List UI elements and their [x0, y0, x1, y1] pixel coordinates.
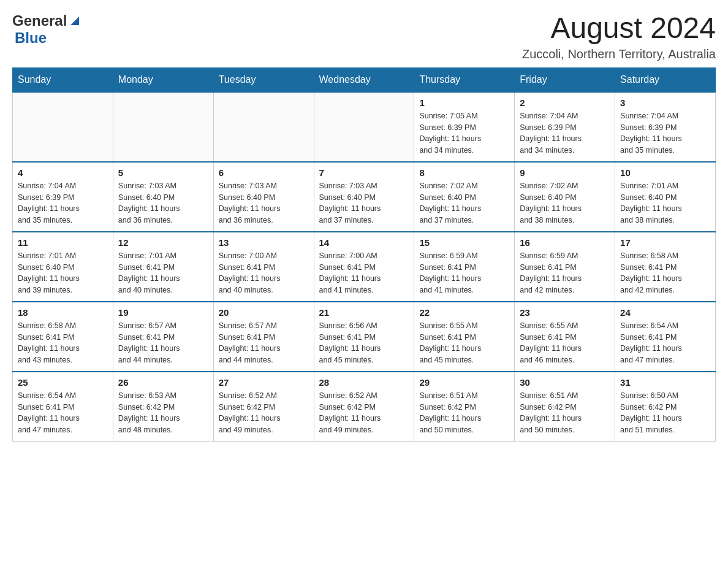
- day-info: Sunrise: 6:52 AM Sunset: 6:42 PM Dayligh…: [319, 390, 409, 436]
- day-cell: [13, 92, 113, 162]
- day-info: Sunrise: 7:03 AM Sunset: 6:40 PM Dayligh…: [118, 180, 208, 226]
- day-info: Sunrise: 6:57 AM Sunset: 6:41 PM Dayligh…: [118, 320, 208, 366]
- week-row-3: 11Sunrise: 7:01 AM Sunset: 6:40 PM Dayli…: [13, 232, 716, 302]
- day-info: Sunrise: 7:03 AM Sunset: 6:40 PM Dayligh…: [319, 180, 409, 226]
- day-cell: 17Sunrise: 6:58 AM Sunset: 6:41 PM Dayli…: [615, 232, 716, 302]
- day-number: 6: [219, 167, 309, 178]
- day-cell: 8Sunrise: 7:02 AM Sunset: 6:40 PM Daylig…: [414, 162, 515, 232]
- day-info: Sunrise: 7:03 AM Sunset: 6:40 PM Dayligh…: [219, 180, 309, 226]
- day-cell: 11Sunrise: 7:01 AM Sunset: 6:40 PM Dayli…: [13, 232, 113, 302]
- day-info: Sunrise: 6:53 AM Sunset: 6:42 PM Dayligh…: [118, 390, 208, 436]
- page-header: General Blue August 2024 Zuccoli, Northe…: [12, 12, 716, 61]
- day-info: Sunrise: 6:51 AM Sunset: 6:42 PM Dayligh…: [520, 390, 610, 436]
- day-cell: 7Sunrise: 7:03 AM Sunset: 6:40 PM Daylig…: [314, 162, 414, 232]
- day-number: 20: [219, 307, 309, 318]
- day-info: Sunrise: 7:05 AM Sunset: 6:39 PM Dayligh…: [419, 110, 509, 156]
- day-info: Sunrise: 6:54 AM Sunset: 6:41 PM Dayligh…: [620, 320, 710, 366]
- day-info: Sunrise: 6:56 AM Sunset: 6:41 PM Dayligh…: [319, 320, 409, 366]
- day-number: 29: [419, 377, 509, 388]
- calendar-header-sunday: Sunday: [13, 67, 113, 92]
- day-cell: 24Sunrise: 6:54 AM Sunset: 6:41 PM Dayli…: [615, 302, 716, 372]
- day-number: 31: [620, 377, 710, 388]
- day-cell: 21Sunrise: 6:56 AM Sunset: 6:41 PM Dayli…: [314, 302, 414, 372]
- day-cell: [113, 92, 213, 162]
- day-cell: 1Sunrise: 7:05 AM Sunset: 6:39 PM Daylig…: [414, 92, 515, 162]
- title-section: August 2024 Zuccoli, Northern Territory,…: [522, 12, 716, 61]
- day-cell: 16Sunrise: 6:59 AM Sunset: 6:41 PM Dayli…: [515, 232, 615, 302]
- day-cell: 23Sunrise: 6:55 AM Sunset: 6:41 PM Dayli…: [515, 302, 615, 372]
- day-info: Sunrise: 7:04 AM Sunset: 6:39 PM Dayligh…: [18, 180, 108, 226]
- day-info: Sunrise: 6:57 AM Sunset: 6:41 PM Dayligh…: [219, 320, 309, 366]
- day-info: Sunrise: 7:00 AM Sunset: 6:41 PM Dayligh…: [319, 250, 409, 296]
- day-info: Sunrise: 6:59 AM Sunset: 6:41 PM Dayligh…: [419, 250, 509, 296]
- day-cell: 10Sunrise: 7:01 AM Sunset: 6:40 PM Dayli…: [615, 162, 716, 232]
- day-cell: 12Sunrise: 7:01 AM Sunset: 6:41 PM Dayli…: [113, 232, 213, 302]
- day-info: Sunrise: 6:54 AM Sunset: 6:41 PM Dayligh…: [18, 390, 108, 436]
- day-info: Sunrise: 7:04 AM Sunset: 6:39 PM Dayligh…: [620, 110, 710, 156]
- day-cell: 20Sunrise: 6:57 AM Sunset: 6:41 PM Dayli…: [213, 302, 314, 372]
- calendar-header-saturday: Saturday: [615, 67, 716, 92]
- day-cell: 13Sunrise: 7:00 AM Sunset: 6:41 PM Dayli…: [213, 232, 314, 302]
- day-cell: [314, 92, 414, 162]
- day-cell: 4Sunrise: 7:04 AM Sunset: 6:39 PM Daylig…: [13, 162, 113, 232]
- calendar-header-wednesday: Wednesday: [314, 67, 414, 92]
- day-number: 13: [219, 237, 309, 248]
- day-info: Sunrise: 6:50 AM Sunset: 6:42 PM Dayligh…: [620, 390, 710, 436]
- day-number: 16: [520, 237, 610, 248]
- day-cell: [213, 92, 314, 162]
- day-number: 24: [620, 307, 710, 318]
- logo-triangle-icon: [68, 14, 82, 28]
- day-number: 12: [118, 237, 208, 248]
- day-cell: 22Sunrise: 6:55 AM Sunset: 6:41 PM Dayli…: [414, 302, 515, 372]
- day-number: 7: [319, 167, 409, 178]
- day-number: 23: [520, 307, 610, 318]
- day-cell: 27Sunrise: 6:52 AM Sunset: 6:42 PM Dayli…: [213, 372, 314, 442]
- day-number: 19: [118, 307, 208, 318]
- day-cell: 30Sunrise: 6:51 AM Sunset: 6:42 PM Dayli…: [515, 372, 615, 442]
- calendar-header-thursday: Thursday: [414, 67, 515, 92]
- day-cell: 6Sunrise: 7:03 AM Sunset: 6:40 PM Daylig…: [213, 162, 314, 232]
- day-number: 17: [620, 237, 710, 248]
- day-number: 28: [319, 377, 409, 388]
- day-number: 14: [319, 237, 409, 248]
- location-title: Zuccoli, Northern Territory, Australia: [522, 47, 716, 61]
- day-info: Sunrise: 7:02 AM Sunset: 6:40 PM Dayligh…: [419, 180, 509, 226]
- day-number: 15: [419, 237, 509, 248]
- day-info: Sunrise: 6:55 AM Sunset: 6:41 PM Dayligh…: [520, 320, 610, 366]
- week-row-1: 1Sunrise: 7:05 AM Sunset: 6:39 PM Daylig…: [13, 92, 716, 162]
- day-cell: 14Sunrise: 7:00 AM Sunset: 6:41 PM Dayli…: [314, 232, 414, 302]
- day-info: Sunrise: 6:58 AM Sunset: 6:41 PM Dayligh…: [620, 250, 710, 296]
- day-number: 30: [520, 377, 610, 388]
- day-number: 27: [219, 377, 309, 388]
- day-cell: 28Sunrise: 6:52 AM Sunset: 6:42 PM Dayli…: [314, 372, 414, 442]
- svg-marker-0: [70, 17, 79, 25]
- day-info: Sunrise: 7:02 AM Sunset: 6:40 PM Dayligh…: [520, 180, 610, 226]
- day-cell: 3Sunrise: 7:04 AM Sunset: 6:39 PM Daylig…: [615, 92, 716, 162]
- logo-general-text: General: [12, 12, 67, 29]
- logo-blue-text: Blue: [15, 29, 47, 47]
- day-number: 18: [18, 307, 108, 318]
- week-row-4: 18Sunrise: 6:58 AM Sunset: 6:41 PM Dayli…: [13, 302, 716, 372]
- day-info: Sunrise: 7:01 AM Sunset: 6:40 PM Dayligh…: [18, 250, 108, 296]
- day-number: 26: [118, 377, 208, 388]
- day-info: Sunrise: 7:01 AM Sunset: 6:41 PM Dayligh…: [118, 250, 208, 296]
- logo: General Blue: [12, 12, 82, 47]
- day-number: 22: [419, 307, 509, 318]
- day-number: 10: [620, 167, 710, 178]
- calendar-header-row: SundayMondayTuesdayWednesdayThursdayFrid…: [13, 67, 716, 92]
- calendar-header-friday: Friday: [515, 67, 615, 92]
- week-row-5: 25Sunrise: 6:54 AM Sunset: 6:41 PM Dayli…: [13, 372, 716, 442]
- day-cell: 5Sunrise: 7:03 AM Sunset: 6:40 PM Daylig…: [113, 162, 213, 232]
- day-info: Sunrise: 6:51 AM Sunset: 6:42 PM Dayligh…: [419, 390, 509, 436]
- day-number: 5: [118, 167, 208, 178]
- day-info: Sunrise: 7:04 AM Sunset: 6:39 PM Dayligh…: [520, 110, 610, 156]
- day-info: Sunrise: 6:59 AM Sunset: 6:41 PM Dayligh…: [520, 250, 610, 296]
- week-row-2: 4Sunrise: 7:04 AM Sunset: 6:39 PM Daylig…: [13, 162, 716, 232]
- day-cell: 19Sunrise: 6:57 AM Sunset: 6:41 PM Dayli…: [113, 302, 213, 372]
- day-cell: 26Sunrise: 6:53 AM Sunset: 6:42 PM Dayli…: [113, 372, 213, 442]
- day-cell: 9Sunrise: 7:02 AM Sunset: 6:40 PM Daylig…: [515, 162, 615, 232]
- calendar-header-monday: Monday: [113, 67, 213, 92]
- day-number: 1: [419, 98, 509, 108]
- day-number: 9: [520, 167, 610, 178]
- day-info: Sunrise: 6:52 AM Sunset: 6:42 PM Dayligh…: [219, 390, 309, 436]
